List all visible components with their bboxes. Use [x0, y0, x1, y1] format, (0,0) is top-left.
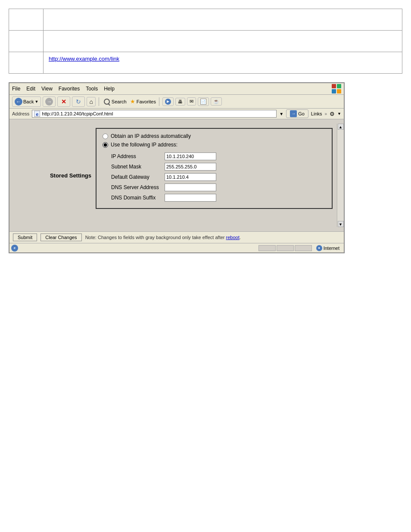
favorites-button[interactable]: ★ Favorites [130, 98, 156, 105]
star-icon: ★ [130, 98, 135, 105]
toolbar-separator-2 [159, 97, 159, 106]
radio-auto[interactable] [103, 134, 108, 139]
status-segment-1 [258, 245, 276, 251]
ie-page-icon: e [34, 111, 40, 117]
menu-bar: File Edit View Favorites Tools Help [9, 83, 344, 95]
radio-manual[interactable] [103, 142, 108, 148]
stop-icon: ✕ [60, 98, 68, 106]
stop-button[interactable]: ✕ [57, 96, 70, 107]
reboot-link[interactable]: reboot [226, 235, 240, 240]
home-icon: ⌂ [89, 98, 93, 105]
scroll-up-button[interactable]: ▲ [338, 124, 344, 130]
menu-favorites[interactable]: Favorites [59, 86, 80, 92]
radio-manual-label: Use the following IP address: [111, 142, 177, 148]
main-content: Obtain an IP address automatically Use t… [96, 124, 337, 227]
gear-icon[interactable]: ⚙ [330, 111, 335, 117]
discuss-button[interactable]: ☕ [211, 97, 222, 106]
table-row-subnet: Subnet Mask [103, 162, 326, 171]
table-row [9, 9, 402, 31]
bottom-bar: Submit Clear Changes Note: Changes to fi… [9, 231, 344, 243]
search-label: Search [112, 99, 127, 104]
browser-window: File Edit View Favorites Tools Help ← Ba… [9, 82, 345, 253]
stored-settings-label: Stored Settings [50, 172, 91, 179]
top-table: http://www.example.com/link [9, 9, 402, 74]
media-button[interactable]: ▶ [162, 97, 174, 106]
menu-help[interactable]: Help [104, 86, 115, 92]
radio-auto-row: Obtain an IP address automatically [103, 133, 326, 139]
back-label: Back [23, 99, 34, 104]
home-button[interactable]: ⌂ [87, 97, 95, 106]
ie-status-icon: e [11, 245, 18, 252]
table-row-ip: IP Address [103, 152, 326, 161]
settings-box: Obtain an IP address automatically Use t… [96, 128, 333, 209]
address-dropdown-icon[interactable]: ▼ [279, 112, 283, 116]
toolbar: ← Back ▼ → ✕ ↻ ⌂ Search ★ Favorites [9, 95, 344, 109]
back-button[interactable]: ← Back ▼ [12, 96, 41, 107]
menu-edit[interactable]: Edit [26, 86, 35, 92]
table-row: http://www.example.com/link [9, 52, 402, 74]
internet-label: Internet [324, 246, 339, 251]
media-icon: ▶ [165, 99, 171, 105]
status-segments [258, 245, 312, 251]
dns-suffix-input[interactable] [165, 194, 216, 202]
subnet-input[interactable] [165, 163, 216, 171]
table-cell [9, 9, 44, 31]
go-button[interactable]: → Go [286, 109, 308, 118]
address-url[interactable]: http://10.1.210.240/tcpipConf.html [42, 111, 274, 116]
scroll-track [338, 130, 344, 221]
table-row [9, 31, 402, 52]
table-link[interactable]: http://www.example.com/link [49, 56, 119, 62]
internet-icon: ● [316, 245, 322, 251]
discuss-icon: ☕ [213, 99, 219, 104]
scrollbar[interactable]: ▲ ▼ [337, 124, 344, 227]
note-suffix: . [240, 235, 241, 240]
gateway-label: Default Gateway [103, 173, 163, 181]
form-table: IP Address Subnet Mask Default Gateway D… [103, 150, 326, 204]
table-cell: http://www.example.com/link [44, 52, 402, 74]
dropdown-arrow-icon[interactable]: ▼ [337, 112, 341, 116]
ip-label: IP Address [103, 152, 163, 161]
go-label: Go [298, 111, 305, 116]
status-segment-2 [277, 245, 294, 251]
left-sidebar: Stored Settings [9, 124, 96, 227]
status-bar: e ● Internet [9, 243, 344, 252]
note-text: Note: Changes to fields with gray backgr… [85, 235, 241, 240]
print-icon: 🖶 [178, 99, 183, 104]
mail-button[interactable]: ✉ [187, 97, 196, 106]
search-icon [104, 99, 110, 105]
back-arrow-icon: ← [15, 98, 22, 106]
print-button[interactable]: 🖶 [175, 98, 185, 106]
dropdown-arrow-icon: ▼ [34, 100, 38, 104]
mail-icon: ✉ [190, 99, 193, 104]
links-button[interactable]: Links [311, 111, 322, 116]
menu-view[interactable]: View [41, 86, 53, 92]
toolbar-separator [99, 97, 99, 106]
menu-file[interactable]: File [12, 86, 20, 92]
scroll-down-button[interactable]: ▼ [338, 221, 344, 227]
radio-auto-label: Obtain an IP address automatically [111, 133, 191, 139]
refresh-button[interactable]: ↻ [72, 96, 85, 107]
submit-button[interactable]: Submit [13, 233, 37, 241]
status-right: ● Internet [258, 245, 342, 251]
table-row-dns-suffix: DNS Domain Suffix [103, 193, 326, 202]
menu-tools[interactable]: Tools [86, 86, 98, 92]
page-content: Stored Settings Obtain an IP address aut… [9, 119, 344, 231]
internet-zone: ● Internet [314, 245, 342, 251]
address-bar: Address e http://10.1.210.240/tcpipConf.… [9, 109, 344, 119]
gateway-input[interactable] [165, 173, 216, 181]
forward-button[interactable]: → [43, 96, 56, 107]
address-label: Address [12, 111, 29, 116]
table-cell [9, 31, 44, 52]
dns-input[interactable] [165, 184, 216, 191]
go-arrow-icon: → [290, 110, 297, 117]
refresh-icon: ↻ [75, 98, 82, 106]
clear-changes-button[interactable]: Clear Changes [40, 233, 81, 241]
dns-suffix-label: DNS Domain Suffix [103, 193, 163, 202]
more-button[interactable]: 📄 [198, 97, 209, 106]
ip-input[interactable] [165, 152, 216, 160]
search-button[interactable]: Search [102, 98, 128, 106]
dns-label: DNS Server Address [103, 183, 163, 192]
table-cell [44, 31, 402, 52]
radio-manual-row: Use the following IP address: [103, 142, 326, 148]
table-row-gateway: Default Gateway [103, 173, 326, 181]
